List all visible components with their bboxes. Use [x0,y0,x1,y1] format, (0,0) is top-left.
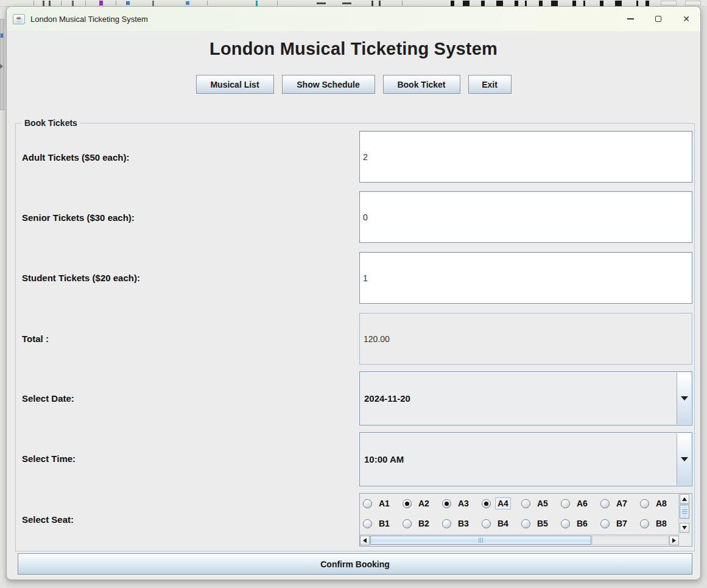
seat-label: B3 [456,517,471,530]
seat-label: A2 [416,497,432,509]
toolbar-fragment-icon [525,1,527,6]
toolbar-fragment-icon [61,1,62,5]
seat-label: A4 [495,497,511,509]
date-combobox-arrow-button[interactable] [677,373,691,424]
student-tickets-label: Student Tickets ($20 each): [22,272,140,284]
toolbar-fragment-icon [481,1,485,6]
radio-icon [403,499,412,508]
radio-icon [482,519,491,528]
toolbar-fragment-icon [99,1,103,5]
toolbar-fragment-icon [496,1,503,6]
arrow-down-icon [682,526,687,530]
seat-label: B6 [574,517,590,530]
toolbar-fragment-icon [451,1,454,6]
student-tickets-input[interactable] [359,252,692,304]
toolbar-fragment-icon [85,1,86,5]
seat-option-b3[interactable]: B3 [442,517,482,530]
seat-option-a1[interactable]: A1 [363,497,403,509]
scroll-up-button[interactable] [680,494,689,504]
confirm-booking-button[interactable]: Confirm Booking [18,553,692,575]
radio-icon [640,499,649,508]
date-combobox-value: 2024-11-20 [360,393,410,404]
toolbar-fragment-icon [43,1,44,6]
seat-option-a7[interactable]: A7 [600,497,640,509]
toolbar-fragment-icon [49,1,51,6]
titlebar[interactable]: ☕ London Musical Ticketing System ✕ [7,7,700,31]
seat-horizontal-scrollbar[interactable] [360,534,679,545]
seat-option-b5[interactable]: B5 [521,517,561,530]
chevron-down-icon [681,396,688,401]
page-title: London Musical Ticketing System [7,39,700,59]
seat-option-a2[interactable]: A2 [403,497,442,509]
toolbar-fragment-icon [72,1,74,6]
book-ticket-button[interactable]: Book Ticket [383,75,460,94]
toolbar-fragment-icon [33,1,34,5]
date-combobox[interactable]: 2024-11-20 [359,371,692,425]
panel-title: Book Tickets [21,118,80,128]
radio-icon [561,499,570,508]
total-label: Total : [22,333,49,345]
seat-vertical-scrollbar[interactable] [679,494,690,535]
adult-tickets-input[interactable] [359,131,692,183]
maximize-icon [655,16,661,22]
radio-icon [561,519,570,528]
toolbar-fragment-icon [342,2,351,4]
scroll-right-button[interactable] [669,536,679,545]
time-combobox[interactable]: 10:00 AM [359,432,692,486]
toolbar-fragment-icon [661,1,677,5]
toolbar-fragment-icon [371,1,373,6]
close-button[interactable]: ✕ [672,7,700,31]
seat-label: A7 [614,497,630,509]
toolbar-fragment-icon [515,1,518,6]
vertical-scroll-thumb[interactable] [680,505,689,519]
seat-label: A6 [574,497,590,509]
maximize-button[interactable] [644,7,672,31]
seat-option-b8[interactable]: B8 [640,517,679,530]
minimize-icon [627,18,634,19]
senior-tickets-input[interactable] [359,191,692,243]
seat-option-b4[interactable]: B4 [482,517,521,530]
toolbar-fragment-icon [126,1,130,5]
seat-option-a8[interactable]: A8 [640,497,679,509]
seat-option-b6[interactable]: B6 [561,517,600,530]
scroll-down-button[interactable] [680,523,689,533]
seat-option-b1[interactable]: B1 [363,517,403,530]
musical-list-button[interactable]: Musical List [196,75,274,94]
toolbar-fragment-icon [539,1,543,6]
toolbar-fragment-icon [463,1,470,6]
minimize-button[interactable] [616,7,644,31]
time-combobox-value: 10:00 AM [360,454,404,464]
horizontal-scroll-thumb[interactable] [370,536,591,545]
seat-option-a4[interactable]: A4 [482,497,521,509]
toolbar-fragment-icon [379,1,381,6]
toolbar-fragment-icon [685,1,701,5]
radio-icon [640,519,649,528]
scroll-left-button[interactable] [360,536,370,545]
chevron-down-icon [681,457,688,461]
nav-button-row: Musical List Show Schedule Book Ticket E… [7,75,700,94]
toolbar-fragment-icon [636,1,638,6]
time-combobox-arrow-button[interactable] [677,433,691,485]
arrow-right-icon [672,538,676,543]
window-title: London Musical Ticketing System [30,15,148,24]
background-fragment-icon [1,33,3,38]
seat-option-a6[interactable]: A6 [561,497,600,509]
toolbar-fragment-icon [277,1,278,5]
toolbar-fragment-icon [116,1,116,5]
seat-option-b7[interactable]: B7 [600,517,640,530]
adult-tickets-label: Adult Tickets ($50 each): [22,152,129,164]
radio-icon [600,499,610,508]
radio-icon [403,519,412,528]
seat-label: A5 [535,497,550,509]
app-window: ☕ London Musical Ticketing System ✕ Lond… [6,6,701,580]
select-time-label: Select Time: [22,453,76,465]
select-seat-label: Select Seat: [22,514,74,526]
seat-option-b2[interactable]: B2 [403,517,442,530]
exit-button[interactable]: Exit [468,75,512,94]
seat-option-a5[interactable]: A5 [521,497,561,509]
seat-label: A1 [376,497,392,509]
toolbar-fragment-icon [615,1,622,6]
show-schedule-button[interactable]: Show Schedule [282,75,375,94]
seat-option-a3[interactable]: A3 [442,497,482,509]
horizontal-scroll-track[interactable] [592,536,669,545]
